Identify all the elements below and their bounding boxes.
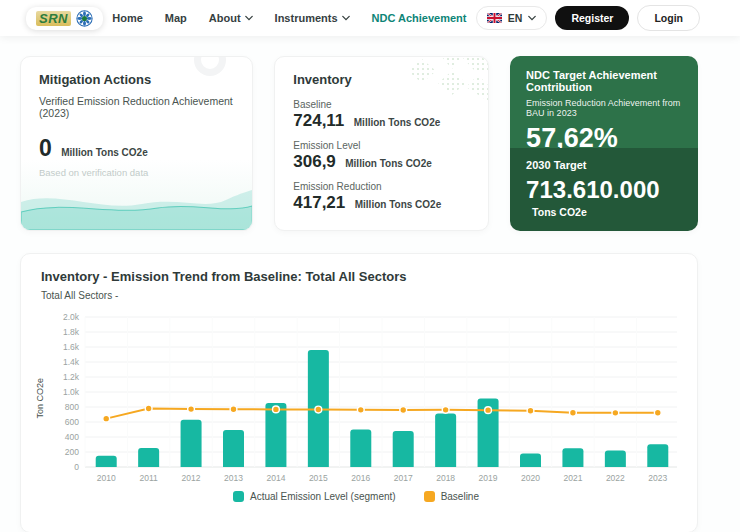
hex-dots-decoration bbox=[396, 57, 488, 109]
metric-unit: Million Tons CO2e bbox=[354, 117, 440, 128]
svg-text:200: 200 bbox=[65, 447, 79, 457]
target-value: 713.610.000 bbox=[526, 176, 659, 203]
metric-label: Emission Reduction bbox=[293, 181, 470, 192]
ndc-card-target-section: 2030 Target 713.610.000 Tons CO2e bbox=[510, 148, 698, 231]
register-button[interactable]: Register bbox=[555, 6, 629, 30]
emission-trend-chart-card: Inventory - Emission Trend from Baseline… bbox=[20, 253, 698, 532]
summary-cards-row: Mitigation Actions Verified Emission Red… bbox=[0, 36, 740, 231]
nav-item-ndc-achievement[interactable]: NDC Achievement bbox=[372, 12, 467, 24]
svg-text:2018: 2018 bbox=[436, 473, 455, 483]
mitigation-card-subtitle: Verified Emission Reduction Achievement … bbox=[39, 95, 234, 119]
emission-trend-chart[interactable]: 02004006008001.0k1.2k1.4k1.6k1.8k2.0k201… bbox=[49, 309, 677, 487]
metric-value: 417,21 bbox=[293, 193, 345, 212]
svg-text:2013: 2013 bbox=[224, 473, 243, 483]
uk-flag-icon bbox=[487, 13, 502, 23]
language-selector[interactable]: EN bbox=[476, 6, 548, 30]
svg-text:1.2k: 1.2k bbox=[63, 372, 80, 382]
ndc-target-card: NDC Target Achievement Contribution Emis… bbox=[510, 56, 698, 231]
nav-label: Instruments bbox=[275, 12, 338, 24]
ndc-percentage-value: 57,62% bbox=[526, 125, 682, 148]
nav-item-map[interactable]: Map bbox=[165, 12, 187, 24]
chevron-down-icon bbox=[342, 14, 350, 22]
legend-item-baseline[interactable]: Baseline bbox=[424, 491, 479, 502]
legend-swatch-baseline bbox=[424, 491, 435, 502]
srn-logo-text: SRN bbox=[36, 11, 71, 26]
nav-item-instruments[interactable]: Instruments bbox=[275, 12, 350, 24]
svg-text:2015: 2015 bbox=[309, 473, 328, 483]
target-unit: Tons CO2e bbox=[532, 206, 587, 218]
metric-label: Emission Level bbox=[293, 140, 470, 151]
metric-value: 306,9 bbox=[293, 152, 336, 171]
y-axis-title: Ton CO2e bbox=[35, 378, 49, 419]
nav-label: Home bbox=[112, 12, 143, 24]
app-logo[interactable]: SRN bbox=[26, 7, 103, 30]
svg-text:1.6k: 1.6k bbox=[63, 342, 80, 352]
chart-area: Ton CO2e 02004006008001.0k1.2k1.4k1.6k1.… bbox=[35, 309, 677, 487]
top-navigation-bar: SRN Home Map About bbox=[0, 0, 740, 36]
mitigation-actions-card: Mitigation Actions Verified Emission Red… bbox=[20, 56, 253, 231]
svg-text:800: 800 bbox=[65, 402, 79, 412]
metric-value: 724,11 bbox=[293, 111, 344, 130]
ministry-emblem-icon bbox=[76, 10, 93, 27]
metric-emission-reduction: Emission Reduction 417,21 Million Tons C… bbox=[293, 181, 470, 213]
svg-text:2011: 2011 bbox=[140, 473, 159, 483]
svg-text:2017: 2017 bbox=[394, 473, 413, 483]
header-controls: EN Register Login bbox=[476, 5, 700, 31]
chevron-down-icon bbox=[245, 14, 253, 22]
svg-text:600: 600 bbox=[65, 417, 79, 427]
legend-label: Actual Emission Level (segment) bbox=[250, 491, 396, 502]
svg-text:1.4k: 1.4k bbox=[63, 357, 80, 367]
metric-unit: Million Tons CO2e bbox=[355, 199, 441, 210]
svg-text:2020: 2020 bbox=[521, 473, 540, 483]
legend-item-actual-emission[interactable]: Actual Emission Level (segment) bbox=[233, 491, 396, 502]
svg-text:400: 400 bbox=[65, 432, 79, 442]
svg-text:2014: 2014 bbox=[266, 473, 285, 483]
chart-title: Inventory - Emission Trend from Baseline… bbox=[41, 269, 677, 284]
login-button[interactable]: Login bbox=[637, 5, 700, 31]
svg-text:2016: 2016 bbox=[351, 473, 370, 483]
svg-text:2021: 2021 bbox=[563, 473, 582, 483]
metric-emission-level: Emission Level 306,9 Million Tons CO2e bbox=[293, 140, 470, 172]
chevron-down-icon bbox=[528, 14, 536, 22]
legend-swatch-actual bbox=[233, 491, 244, 502]
main-nav: Home Map About Instruments NDC Achieveme… bbox=[112, 12, 466, 24]
mitigation-value: 0 bbox=[39, 135, 52, 161]
nav-label: NDC Achievement bbox=[372, 12, 467, 24]
svg-text:2.0k: 2.0k bbox=[63, 312, 80, 322]
svg-text:1.0k: 1.0k bbox=[63, 387, 80, 397]
nav-item-about[interactable]: About bbox=[209, 12, 253, 24]
language-label: EN bbox=[508, 12, 523, 24]
chart-subtitle: Total All Sectors - bbox=[41, 290, 677, 301]
ndc-card-title: NDC Target Achievement Contribution bbox=[526, 69, 682, 93]
metric-unit: Million Tons CO2e bbox=[345, 158, 431, 169]
svg-text:0: 0 bbox=[74, 462, 79, 472]
legend-label: Baseline bbox=[441, 491, 479, 502]
target-label: 2030 Target bbox=[526, 159, 682, 171]
svg-text:2023: 2023 bbox=[648, 473, 667, 483]
nav-item-home[interactable]: Home bbox=[112, 12, 143, 24]
svg-text:1.8k: 1.8k bbox=[63, 327, 80, 337]
ndc-card-top-section: NDC Target Achievement Contribution Emis… bbox=[510, 56, 698, 148]
inventory-card: Inventory Baseline 724,11 Million Tons C… bbox=[274, 56, 489, 231]
svg-text:2022: 2022 bbox=[606, 473, 625, 483]
nav-label: Map bbox=[165, 12, 187, 24]
chart-legend: Actual Emission Level (segment) Baseline bbox=[35, 491, 677, 502]
svg-text:2010: 2010 bbox=[97, 473, 116, 483]
nav-label: About bbox=[209, 12, 241, 24]
ndc-card-subtitle: Emission Reduction Achievement from BAU … bbox=[526, 98, 682, 118]
svg-text:2012: 2012 bbox=[182, 473, 201, 483]
svg-text:2019: 2019 bbox=[479, 473, 498, 483]
wave-decoration bbox=[21, 160, 252, 230]
mitigation-value-row: 0 Million Tons CO2e bbox=[39, 135, 234, 162]
mitigation-unit: Million Tons CO2e bbox=[61, 147, 147, 158]
